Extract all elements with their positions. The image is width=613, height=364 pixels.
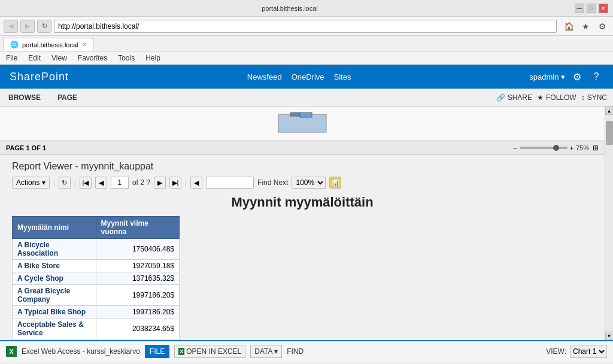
cell-sales: 2038234.65$ (96, 318, 180, 339)
content-wrapper: PAGE 1 OF 1 − + 75% ⊞ Report Viewer - my… (0, 107, 613, 340)
follow-button[interactable]: ★ FOLLOW (537, 93, 576, 102)
page-number-input[interactable] (111, 177, 129, 189)
first-page-button[interactable]: |◀ (80, 177, 92, 189)
refresh-button[interactable]: ↻ (37, 20, 51, 33)
sharepoint-nav-right: spadmin ▾ ⚙ ? (529, 71, 603, 83)
separator-1: | (53, 178, 55, 187)
search-input[interactable] (206, 177, 254, 189)
data-table: Myymälän nimi Myynnit viime vuonna A Bic… (12, 216, 180, 340)
cell-name: A Bike Store (13, 260, 96, 272)
separator-3: | (185, 178, 187, 187)
ribbon-tab-browse[interactable]: BROWSE (6, 92, 43, 103)
menu-favorites[interactable]: Favorites (75, 53, 110, 63)
browser-title-text: portal.bithesis.local (5, 5, 575, 12)
cell-sales: 2396539.76$ (96, 339, 180, 341)
zoom-select[interactable]: 100% 75% 50% (292, 177, 326, 189)
sp-settings-icon[interactable]: ⚙ (570, 71, 584, 83)
report-area: Report Viewer - myynnit_kauppat Actions … (0, 155, 605, 340)
view-select[interactable]: Chart 1 (570, 345, 607, 358)
data-button[interactable]: DATA ▾ (250, 345, 282, 358)
main-content: PAGE 1 OF 1 − + 75% ⊞ Report Viewer - my… (0, 107, 605, 340)
window-controls: — □ ✕ (575, 4, 608, 13)
cell-sales: 1997186.20$ (96, 306, 180, 318)
nav-newsfeed[interactable]: Newsfeed (247, 72, 282, 81)
forward-button[interactable]: ▶ (20, 20, 35, 33)
sp-ribbon: BROWSE PAGE 🔗 SHARE ★ FOLLOW ↕ SYNC (0, 89, 613, 107)
excel-small-icon: X (178, 348, 184, 355)
cell-sales: 1371635.32$ (96, 272, 180, 285)
settings-icon[interactable]: ⚙ (595, 20, 609, 33)
menu-edit[interactable]: Edit (26, 53, 43, 63)
menu-bar: File Edit View Favorites Tools Help (0, 51, 613, 65)
find-label: FIND (287, 347, 304, 356)
sharepoint-header: SharePoint Newsfeed OneDrive Sites spadm… (0, 65, 613, 89)
table-row: A Great Bicycle Company 1997186.20$ (13, 285, 180, 306)
report-heading: Myynnit myymälöittäin (12, 195, 593, 210)
menu-view[interactable]: View (49, 53, 69, 63)
table-row: A Typical Bike Shop 1997186.20$ (13, 306, 180, 318)
col-header-sales: Myynnit viime vuonna (96, 217, 180, 239)
home-icon[interactable]: 🏠 (562, 20, 576, 33)
tab-close-button[interactable]: ✕ (82, 41, 87, 48)
prev-page-button[interactable]: ◀ (95, 177, 107, 189)
tab-favicon: 🌐 (10, 41, 19, 48)
cell-name: A Great Bicycle Company (13, 285, 96, 306)
table-row: A Cycle Shop 1371635.32$ (13, 272, 180, 285)
table-row: A Bike Store 1927059.18$ (13, 260, 180, 272)
last-page-button[interactable]: ▶| (169, 177, 181, 189)
address-bar[interactable] (54, 20, 557, 33)
tab-label: portal.bithesis.local (22, 41, 78, 48)
table-row: Accessories Network 2396539.76$ (13, 339, 180, 341)
zoom-plus-button[interactable]: + (570, 144, 573, 151)
actions-button[interactable]: Actions ▾ (12, 177, 50, 189)
zoom-bar: PAGE 1 OF 1 − + 75% ⊞ (0, 141, 605, 155)
back-button[interactable]: ◀ (4, 20, 18, 33)
active-tab[interactable]: 🌐 portal.bithesis.local ✕ (4, 38, 93, 51)
menu-help[interactable]: Help (143, 53, 163, 63)
excel-icon: X (6, 346, 17, 357)
cell-sales: 1750406.48$ (96, 239, 180, 260)
ribbon-actions: 🔗 SHARE ★ FOLLOW ↕ SYNC (496, 93, 607, 102)
v-scroll-track[interactable] (605, 115, 614, 332)
page-indicator: PAGE 1 OF 1 (6, 144, 46, 151)
maximize-button[interactable]: □ (587, 4, 596, 13)
open-in-excel-button[interactable]: X OPEN IN EXCEL (174, 345, 245, 358)
cell-name: A Bicycle Association (13, 239, 96, 260)
favorites-icon[interactable]: ★ (578, 20, 593, 33)
vertical-scrollbar[interactable]: ▲ ▼ (605, 107, 613, 340)
zoom-slider-handle[interactable] (553, 145, 559, 151)
nav-onedrive[interactable]: OneDrive (292, 72, 324, 81)
sp-help-icon[interactable]: ? (589, 71, 603, 82)
scroll-up-button[interactable]: ▲ (605, 107, 614, 115)
minimize-button[interactable]: — (575, 4, 584, 13)
sync-button[interactable]: ↕ SYNC (581, 93, 607, 102)
cell-name: A Cycle Shop (13, 272, 96, 285)
page-count: of 2 ? (132, 178, 150, 187)
close-button[interactable]: ✕ (599, 4, 608, 13)
menu-tools[interactable]: Tools (116, 53, 137, 63)
nav-sites[interactable]: Sites (334, 72, 351, 81)
fullscreen-icon[interactable]: ⊞ (593, 144, 599, 152)
v-scroll-thumb[interactable] (606, 121, 613, 145)
cell-sales: 1997186.20$ (96, 285, 180, 306)
find-next-label: Find Next (257, 178, 288, 187)
cell-name: Accessories Network (13, 339, 96, 341)
cell-sales: 1927059.18$ (96, 260, 180, 272)
table-row: A Bicycle Association 1750406.48$ (13, 239, 180, 260)
next-page-button[interactable]: ▶ (154, 177, 166, 189)
ribbon-tabs: BROWSE PAGE (6, 92, 80, 103)
table-row: Acceptable Sales & Service 2038234.65$ (13, 318, 180, 339)
report-toolbar: Actions ▾ | ↻ | |◀ ◀ of 2 ? ▶ ▶| | ◀ Fin… (12, 177, 593, 189)
scroll-down-button[interactable]: ▼ (605, 332, 614, 340)
export-button[interactable]: 📊 (329, 177, 341, 189)
zoom-minus-button[interactable]: − (513, 144, 517, 151)
zoom-slider[interactable] (520, 147, 568, 149)
menu-file[interactable]: File (4, 53, 20, 63)
user-menu[interactable]: spadmin ▾ (529, 72, 565, 81)
refresh-report-button[interactable]: ↻ (59, 177, 71, 189)
browser-nav-bar: ◀ ▶ ↻ 🏠 ★ ⚙ (0, 17, 613, 36)
ribbon-tab-page[interactable]: PAGE (55, 92, 80, 103)
file-button[interactable]: FILE (145, 345, 169, 358)
back-button-report[interactable]: ◀ (190, 177, 202, 189)
share-button[interactable]: 🔗 SHARE (496, 93, 532, 102)
